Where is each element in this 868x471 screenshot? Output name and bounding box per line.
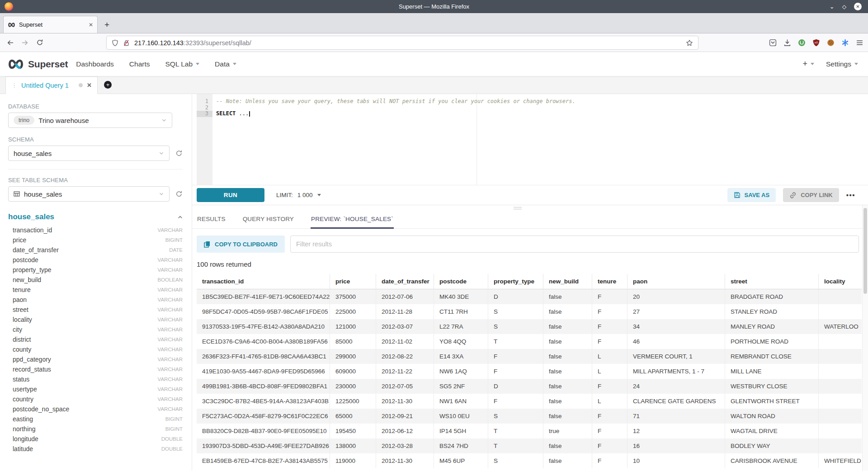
settings-menu-button[interactable]: Settings bbox=[826, 60, 858, 68]
tab-preview-house-sales[interactable]: PREVIEW: `HOUSE_SALES` bbox=[311, 213, 394, 229]
column-name: city bbox=[13, 326, 158, 333]
table-cell: false bbox=[543, 438, 592, 453]
schema-select[interactable]: house_sales bbox=[8, 146, 170, 161]
column-header[interactable]: new_build bbox=[543, 274, 592, 289]
table-cell: 499B1981-3B6B-4BCD-808F-9FED9802BFA1 bbox=[197, 379, 330, 394]
table-cell: S bbox=[488, 319, 543, 334]
forward-icon[interactable] bbox=[21, 39, 29, 47]
column-name: postcode_no_space bbox=[13, 405, 158, 413]
browser-tab[interactable]: Superset ✕ bbox=[3, 16, 98, 33]
table-cell: 3C3C29DC-B7B2-4BE5-914A-A38123AF403B bbox=[197, 394, 330, 409]
superset-favicon-icon bbox=[8, 22, 15, 28]
database-select[interactable]: trino Trino warehouse bbox=[8, 113, 172, 128]
chevron-down-icon bbox=[159, 191, 164, 197]
schema-column-row: country VARCHAR bbox=[8, 394, 183, 404]
copy-link-button[interactable]: COPY LINK bbox=[783, 188, 839, 202]
filter-results-input[interactable] bbox=[290, 236, 859, 253]
column-header[interactable]: paon bbox=[627, 274, 725, 289]
table-cell: WESTBURY CLOSE bbox=[725, 379, 819, 394]
table-cell bbox=[819, 424, 862, 438]
editor-content[interactable]: -- Note: Unless you save your query, the… bbox=[216, 99, 868, 117]
column-type: VARCHAR bbox=[158, 307, 183, 312]
pocket-icon[interactable] bbox=[769, 39, 777, 47]
more-actions-button[interactable]: ••• bbox=[846, 191, 855, 199]
copy-link-label: COPY LINK bbox=[801, 192, 833, 198]
back-icon[interactable] bbox=[6, 39, 14, 47]
nav-item-label: Dashboards bbox=[76, 60, 114, 68]
copy-to-clipboard-button[interactable]: COPY TO CLIPBOARD bbox=[197, 236, 285, 253]
schema-column-row: district VARCHAR bbox=[8, 334, 183, 344]
extension-green-icon[interactable] bbox=[798, 39, 806, 47]
table-cell: WALTON ROAD bbox=[725, 409, 819, 424]
add-new-menu-button[interactable]: + bbox=[802, 59, 814, 69]
column-header[interactable]: street bbox=[725, 274, 819, 289]
window-close-icon[interactable]: ✕ bbox=[854, 3, 862, 10]
caret-down-icon bbox=[811, 63, 814, 65]
save-as-button[interactable]: SAVE AS bbox=[727, 188, 776, 202]
column-header[interactable]: date_of_transfer bbox=[376, 274, 434, 289]
reload-icon[interactable] bbox=[36, 39, 43, 46]
query-tab-close-icon[interactable]: ✕ bbox=[87, 82, 92, 89]
vertical-scrollbar[interactable] bbox=[862, 205, 868, 471]
column-name: easting bbox=[13, 415, 165, 423]
maximize-diamond-icon[interactable]: ◇ bbox=[842, 4, 846, 9]
column-header[interactable]: locality bbox=[819, 274, 862, 289]
sql-keyword: SELECT bbox=[216, 110, 236, 117]
column-header[interactable]: postcode bbox=[434, 274, 488, 289]
table-cell: BS24 7HD bbox=[434, 438, 488, 453]
query-state-dot bbox=[79, 83, 83, 87]
limit-dropdown[interactable]: LIMIT: 1 000 bbox=[276, 192, 321, 198]
url-bar[interactable]: 217.160.120.143:32393/superset/sqllab/ bbox=[106, 36, 698, 50]
table-cell: BRADGATE ROAD bbox=[725, 289, 819, 304]
superset-logo[interactable]: Superset bbox=[7, 58, 68, 70]
query-tab-active[interactable]: ⋮ Untitled Query 1 ✕ bbox=[5, 76, 98, 94]
splitter-grip-icon[interactable] bbox=[514, 207, 522, 209]
column-header[interactable]: price bbox=[330, 274, 376, 289]
nav-item-charts[interactable]: Charts bbox=[129, 60, 150, 68]
add-query-tab-button[interactable]: + bbox=[104, 81, 112, 89]
table-cell: 119000 bbox=[330, 453, 376, 468]
tracking-shield-icon[interactable] bbox=[112, 39, 118, 47]
refresh-tables-icon[interactable] bbox=[175, 190, 183, 198]
bookmark-star-icon[interactable] bbox=[686, 39, 693, 47]
tab-results[interactable]: RESULTS bbox=[197, 213, 226, 229]
line-number: 1 bbox=[197, 99, 212, 105]
cookie-icon[interactable] bbox=[827, 39, 835, 47]
refresh-schema-icon[interactable] bbox=[175, 150, 183, 157]
table-cell: CT11 7RH bbox=[434, 304, 488, 319]
column-header[interactable]: tenure bbox=[592, 274, 627, 289]
ublock-shield-icon[interactable]: uO bbox=[812, 39, 820, 47]
url-text[interactable]: 217.160.120.143:32393/superset/sqllab/ bbox=[134, 39, 681, 47]
column-header[interactable]: transaction_id bbox=[197, 274, 330, 289]
column-type: VARCHAR bbox=[158, 337, 183, 342]
nav-item-data[interactable]: Data bbox=[215, 60, 236, 68]
column-header[interactable]: property_type bbox=[488, 274, 543, 289]
collapse-chevron-up-icon[interactable] bbox=[177, 214, 183, 220]
editor-gutter: 1 2 3 bbox=[197, 94, 212, 185]
nav-item-dashboards[interactable]: Dashboards bbox=[76, 60, 114, 68]
sql-editor[interactable]: 1 2 3 -- Note: Unless you save your quer… bbox=[192, 94, 868, 185]
column-type: BOOLEAN bbox=[157, 277, 183, 283]
new-tab-button[interactable]: + bbox=[104, 20, 109, 29]
table-cell: STANLEY ROAD bbox=[725, 304, 819, 319]
table-title[interactable]: house_sales bbox=[8, 212, 177, 221]
multicolor-asterisk-icon[interactable] bbox=[841, 39, 849, 47]
drag-handle-icon[interactable]: ⋮ bbox=[11, 82, 17, 89]
schema-column-row: new_build BOOLEAN bbox=[8, 275, 183, 285]
table-row: 91370533-19F5-47FE-B142-A380A8ADA2101210… bbox=[197, 319, 862, 334]
tab-query-history[interactable]: QUERY HISTORY bbox=[242, 213, 294, 229]
scrollbar-thumb[interactable] bbox=[863, 208, 867, 294]
schema-column-row: property_type VARCHAR bbox=[8, 265, 183, 275]
table-schema-select[interactable]: house_sales bbox=[8, 186, 170, 202]
url-host: 217.160.120.143 bbox=[134, 39, 184, 47]
lock-insecure-icon[interactable] bbox=[123, 39, 130, 47]
schema-value: house_sales bbox=[14, 150, 52, 157]
run-button[interactable]: RUN bbox=[197, 188, 264, 202]
tab-close-icon[interactable]: ✕ bbox=[89, 22, 93, 28]
chevron-down-icon[interactable]: ⌄ bbox=[830, 4, 835, 9]
table-cell: VERMEER COURT, 1 bbox=[627, 349, 725, 364]
download-icon[interactable] bbox=[783, 39, 791, 47]
column-type: VARCHAR bbox=[158, 227, 183, 233]
nav-item-sql-lab[interactable]: SQL Lab bbox=[165, 60, 200, 68]
menu-hamburger-icon[interactable] bbox=[856, 39, 863, 47]
